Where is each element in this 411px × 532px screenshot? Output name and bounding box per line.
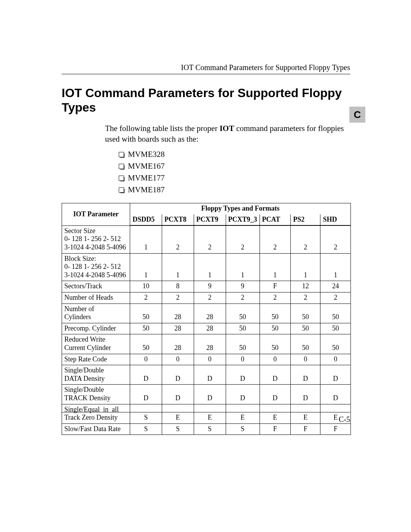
table-row: Single/DoubleDATA DensityDDDDDDD [62, 365, 351, 385]
param-label: Slow/Fast Data Rate [62, 423, 130, 435]
param-label: Step Rate Code [62, 354, 130, 365]
param-value: E [260, 404, 291, 423]
param-value: F [320, 423, 351, 435]
table-header-row: IOT Parameter Floppy Types and Formats [62, 203, 351, 214]
formats-header: Floppy Types and Formats [130, 203, 351, 214]
param-value: 50 [130, 304, 162, 323]
param-value: 50 [260, 334, 291, 354]
param-label: Single/DoubleDATA Density [62, 365, 130, 385]
param-value: D [226, 365, 260, 385]
param-value: 50 [260, 323, 291, 334]
param-value: F [260, 423, 291, 435]
param-value: D [162, 385, 194, 404]
param-label: Block Size:0- 128 1- 256 2- 5123-1024 4-… [62, 253, 130, 281]
param-value: S [130, 404, 162, 423]
param-value: 0 [130, 354, 162, 365]
col-header: PCXT8 [162, 214, 194, 226]
table-row: Single/Equal_in_allTrack Zero DensitySEE… [62, 404, 351, 423]
param-value: 50 [226, 334, 260, 354]
list-item: MVME167 [119, 161, 350, 171]
square-bullet-icon [119, 176, 124, 181]
param-value: S [162, 423, 194, 435]
param-value: 9 [226, 281, 260, 292]
param-value: 50 [226, 323, 260, 334]
col-header: PS2 [291, 214, 320, 226]
param-value: D [194, 385, 226, 404]
param-label: Number of Heads [62, 292, 130, 304]
param-value: D [260, 365, 291, 385]
param-value: 28 [162, 304, 194, 323]
param-value: D [130, 385, 162, 404]
param-value: 2 [194, 292, 226, 304]
param-label: Reduced WriteCurrent Cylinder [62, 334, 130, 354]
param-value: E [162, 404, 194, 423]
param-value: F [291, 423, 320, 435]
param-value: 0 [260, 354, 291, 365]
section-tab: C [349, 107, 365, 123]
param-value: D [320, 385, 351, 404]
param-value: 2 [226, 292, 260, 304]
param-value: E [291, 404, 320, 423]
table-row: Block Size:0- 128 1- 256 2- 5123-1024 4-… [62, 253, 351, 281]
table-row: Slow/Fast Data RateSSSSFFF [62, 423, 351, 435]
intro-pre: The following table lists the proper [105, 124, 220, 133]
param-value: 50 [226, 304, 260, 323]
square-bullet-icon [119, 164, 124, 169]
param-value: 2 [260, 225, 291, 253]
table-row: Number of Heads2222222 [62, 292, 351, 304]
board-list: MVME328 MVME167 MVME177 MVME187 [119, 150, 350, 195]
table-row: Precomp. Cylinder50282850505050 [62, 323, 351, 334]
param-value: 1 [130, 225, 162, 253]
param-value: 1 [260, 253, 291, 281]
footer-rule [62, 412, 350, 412]
board-name: MVME167 [128, 161, 165, 171]
param-value: 2 [130, 292, 162, 304]
param-label: Sectors/Track [62, 281, 130, 292]
parameter-table: IOT Parameter Floppy Types and Formats D… [62, 203, 351, 435]
param-value: 2 [260, 292, 291, 304]
param-value: 2 [320, 292, 351, 304]
intro-paragraph: The following table lists the proper IOT… [105, 123, 350, 145]
square-bullet-icon [119, 187, 124, 193]
param-value: 9 [194, 281, 226, 292]
param-value: 10 [130, 281, 162, 292]
param-value: 1 [162, 253, 194, 281]
param-value: 1 [130, 253, 162, 281]
param-value: 2 [226, 225, 260, 253]
col-header: DSDD5 [130, 214, 162, 226]
param-value: 50 [320, 323, 351, 334]
param-value: 28 [162, 323, 194, 334]
param-value: 1 [194, 253, 226, 281]
col-header: PCXT9_3 [226, 214, 260, 226]
param-value: D [194, 365, 226, 385]
param-label: Sector Size0- 128 1- 256 2- 5123-1024 4-… [62, 225, 130, 253]
board-name: MVME177 [128, 173, 165, 182]
param-value: S [226, 423, 260, 435]
param-value: 1 [291, 253, 320, 281]
param-value: F [260, 281, 291, 292]
param-value: E [226, 404, 260, 423]
param-value: 2 [320, 225, 351, 253]
param-value: 50 [291, 304, 320, 323]
param-value: 50 [291, 334, 320, 354]
param-label: Number ofCylinders [62, 304, 130, 323]
param-value: 1 [226, 253, 260, 281]
running-head: IOT Command Parameters for Supported Flo… [181, 63, 350, 72]
page-number: C-5 [339, 415, 350, 424]
param-value: 28 [162, 334, 194, 354]
param-value: 0 [291, 354, 320, 365]
param-value: 2 [291, 292, 320, 304]
list-item: MVME187 [119, 185, 350, 195]
param-value: E [194, 404, 226, 423]
param-label: Single/DoubleTRACK Density [62, 385, 130, 404]
header-rule [62, 74, 350, 74]
intro-bold: IOT [220, 124, 234, 133]
list-item: MVME177 [119, 173, 350, 183]
page: IOT Command Parameters for Supported Flo… [0, 0, 411, 532]
board-name: MVME328 [128, 150, 165, 159]
param-value: 2 [291, 225, 320, 253]
col-header: SHD [320, 214, 351, 226]
param-value: D [291, 385, 320, 404]
table-row: Number ofCylinders50282850505050 [62, 304, 351, 323]
param-value: 0 [226, 354, 260, 365]
